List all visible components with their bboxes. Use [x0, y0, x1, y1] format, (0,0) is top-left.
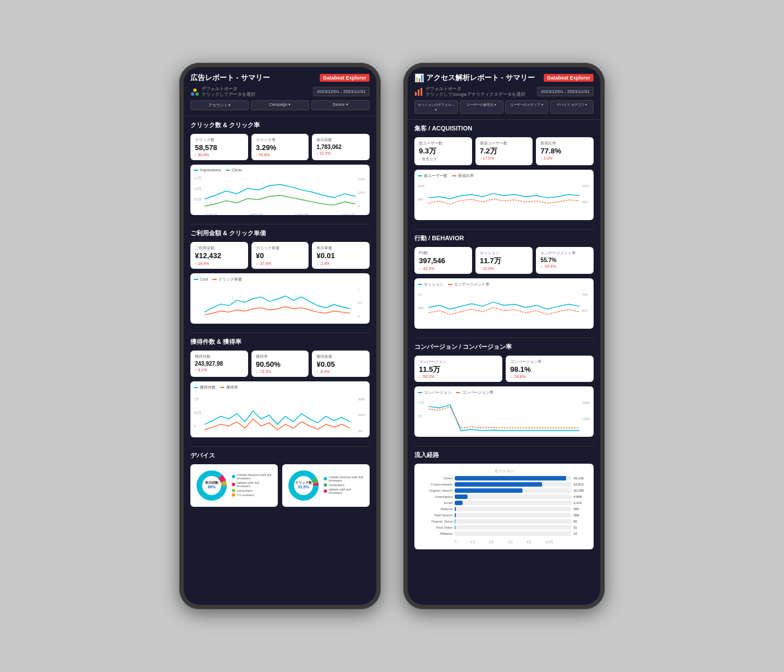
right-data-source-line2: クリックしてGoogleアナリティクスデータを選択 [426, 92, 525, 97]
svg-text:5000: 5000 [418, 307, 424, 310]
bar-organic-social: Organic Socia 60 [419, 519, 589, 524]
chart2-svg: 1 0.5 0 [194, 284, 366, 321]
donut-clicks: クリック数 91.5% mobile devices with full bro… [282, 464, 370, 507]
svg-text:0: 0 [358, 205, 360, 208]
metric-new-users: 新規ユーザー数 7.2万 ↑ 17.0% [475, 137, 533, 165]
page-wrapper: 広告レポート - サマリー Databeat Explorer デフォルトポータ… [157, 29, 627, 643]
left-header: 広告レポート - サマリー Databeat Explorer デフォルトポータ… [184, 67, 376, 116]
metric-cpc: クリック単価 ¥0 ↓ -37.6% [251, 242, 309, 268]
left-filter-row: アカウント ▾ Campaign ▾ Device ▾ [190, 100, 370, 110]
metric-conv-rate: 獲得率 90.50% ↓ -73.5% [251, 351, 309, 377]
metric-cpm: 表示単価 ¥0.01 ↓ -2.8% [312, 242, 370, 268]
metric-impressions: 表示回数 1,783,062 ↑ 22.3% [312, 134, 370, 160]
left-section2-title: ご利用金額 & クリック単価 [190, 229, 370, 237]
chart3-svg: 7万 3.5万 0 300% 100% 0% [194, 393, 366, 437]
svg-text:4,000: 4,000 [358, 178, 365, 181]
donut-section: 表示回数 86% mobile devices with full browse… [190, 464, 370, 507]
svg-rect-29 [421, 88, 422, 96]
svg-text:1万: 1万 [418, 293, 422, 296]
svg-text:100%: 100% [582, 185, 590, 188]
filter-campaign[interactable]: Campaign ▾ [251, 100, 309, 110]
left-section3-title: 獲得件数 & 獲得率 [190, 338, 370, 346]
svg-text:2,000: 2,000 [358, 192, 365, 194]
svg-text:0%: 0% [358, 430, 363, 433]
metric-cost: ご利用金額 ¥12,432 ↑ 18.9% [190, 242, 248, 268]
google-ads-icon [190, 87, 199, 96]
right-date-range[interactable]: 2023/12/01 - 2023/12/31 [537, 87, 594, 96]
right-header: 📊 アクセス解析レポート - サマリー Databeat Explorer デ [408, 67, 600, 120]
right-chart1-svg: 100% 50% 100% 50% [418, 181, 590, 217]
donut-impressions: 表示回数 86% mobile devices with full browse… [190, 464, 278, 507]
svg-point-0 [191, 92, 194, 96]
metric-sessions: セッション 11.7万 ↑ 10.0% [475, 247, 533, 273]
donut1-label: 表示回数 [205, 481, 218, 485]
metric-conv-rate-r: コンバージョン率 98.1% ↓ -54.8% [506, 356, 594, 382]
right-section2: 行動 / BEHAVIOR PV数 397,546 ↓ -42.3% セッション… [408, 230, 600, 337]
left-metrics1: クリック数 58,578 ↑ 90.6% クリック率 3.29% ↑ 55.8%… [190, 134, 370, 160]
svg-text:3.00%: 3.00% [582, 402, 590, 404]
metric-new-rate: 新規比率 77.8% ↓ 0.0% [536, 137, 594, 165]
right-chart2: セッション エンゲージメント率 1万 5000 70% 50% [414, 278, 594, 329]
left-date-range[interactable]: 2023/12/01 - 2023/12/31 [313, 87, 370, 96]
svg-text:70%: 70% [582, 293, 588, 296]
filter-account[interactable]: アカウント ▾ [190, 100, 249, 110]
svg-text:50%: 50% [582, 310, 588, 312]
svg-text:1万: 1万 [418, 415, 422, 418]
right-metrics3: コンバージョン 11.5万 ↓ -50.3% コンバージョン率 98.1% ↓ … [414, 356, 594, 382]
svg-text:0: 0 [358, 315, 360, 318]
data-source-line1: デフォルトポータ [202, 86, 255, 92]
left-phone-screen[interactable]: 広告レポート - サマリー Databeat Explorer デフォルトポータ… [184, 67, 376, 605]
metric-pv: PV数 397,546 ↓ -42.3% [414, 247, 472, 273]
chart1-svg: 1.5万 1.0万 0.5万 4,000 2,000 0 [194, 174, 366, 211]
metric-conversions: 獲得件数 243,927.98 ↑ 9.1% [190, 351, 248, 377]
right-chart2-svg: 1万 5000 70% 50% [418, 290, 590, 326]
filter-device-cat[interactable]: デバイス カテゴリ ▾ [550, 100, 594, 114]
svg-text:1.5万: 1.5万 [194, 176, 202, 180]
right-phone: 📊 アクセス解析レポート - サマリー Databeat Explorer デ [403, 63, 605, 609]
left-section1: クリック数 & クリック率 クリック数 58,578 ↑ 90.6% クリック率… [184, 116, 376, 224]
right-section1: 集客 / ACQUISITION 総ユーザー数 9.3万 ↑ 推進せず 新規ユー… [408, 120, 600, 229]
left-chart3: 獲得件数 獲得率 7万 3.5万 0 300% [190, 381, 370, 437]
channel-bar-chart: セッション Direct 43,102 Cross-network 33 [414, 464, 594, 549]
svg-text:3.5万: 3.5万 [194, 411, 202, 414]
filter-session[interactable]: セッションのデフォル... ▾ [414, 100, 458, 114]
left-section4: デバイス 表示回数 [184, 447, 376, 511]
svg-text:0.5万: 0.5万 [194, 198, 202, 202]
right-section4: 流入経路 セッション Direct 43,102 Cross-network [408, 446, 600, 558]
right-filter-row: セッションのデフォル... ▾ ユーザーの参照元 ▾ ユーザーのメディア ▾ デ… [414, 100, 594, 114]
left-section4-title: デバイス [190, 451, 370, 460]
right-data-source-line1: デフォルトポータ [426, 86, 525, 92]
left-phone: 広告レポート - サマリー Databeat Explorer デフォルトポータ… [179, 63, 381, 609]
svg-text:100%: 100% [418, 185, 425, 188]
filter-device[interactable]: Device ▾ [311, 100, 370, 110]
left-report-title: 広告レポート - サマリー [190, 73, 270, 83]
svg-rect-27 [415, 92, 417, 96]
svg-rect-28 [418, 90, 419, 96]
svg-text:1.0万: 1.0万 [194, 188, 202, 191]
svg-text:300%: 300% [358, 398, 366, 401]
filter-user-source[interactable]: ユーザーの参照元 ▾ [460, 100, 503, 114]
left-chart1: Impressions Clicks 1.5万 1.0万 0.5万 [190, 165, 370, 215]
bar-paid-video: Paid Video 31 [419, 525, 589, 530]
svg-text:1: 1 [358, 288, 360, 291]
clicks-legend-dot [226, 170, 230, 171]
data-source-line2: クリックしてデータを選択 [202, 92, 255, 97]
bar-referral: Referral 492 [419, 507, 589, 511]
svg-point-1 [195, 92, 199, 96]
bar-affiliates: Affiliates 10 [419, 531, 589, 536]
filter-user-media[interactable]: ユーザーのメディア ▾ [505, 100, 549, 114]
bar-organic-search: Organic Search 26,189 [419, 488, 589, 493]
svg-text:50%: 50% [582, 201, 588, 204]
right-report-title: アクセス解析レポート - サマリー [426, 73, 535, 83]
svg-text:50%: 50% [418, 198, 423, 201]
donut2-label: クリック数 [295, 481, 312, 485]
svg-text:0: 0 [194, 424, 195, 428]
right-phone-screen[interactable]: 📊 アクセス解析レポート - サマリー Databeat Explorer デ [408, 67, 600, 605]
left-metrics2: ご利用金額 ¥12,432 ↑ 18.9% クリック単価 ¥0 ↓ -37.6%… [190, 242, 370, 268]
impressions-legend-dot [194, 170, 198, 171]
right-chart1: 総ユーザー数 新規比率 100% 50% 100% 50% [414, 170, 594, 220]
analytics-icon: 📊 [414, 73, 424, 82]
left-chart2: Cost クリック単価 1 0.5 0 [190, 273, 370, 324]
right-section4-title: 流入経路 [414, 451, 594, 459]
right-chart3-svg: 1.5万 1万 3.00% 1.00% [418, 398, 590, 434]
